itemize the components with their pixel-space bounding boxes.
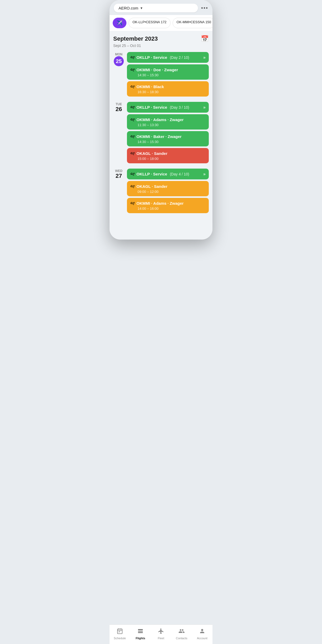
event-title-tue2: OKMMI · Adams · Zwager bbox=[136, 117, 184, 122]
event-plane-icon: 🛩 bbox=[130, 134, 135, 139]
filter-tab-all[interactable]: ✈️ bbox=[113, 18, 126, 28]
event-card-row: 🛩 OKAGL · Sander bbox=[130, 151, 206, 156]
day-name-tue: TUE bbox=[116, 102, 122, 106]
day-name-mon: MON bbox=[115, 53, 122, 56]
event-left: 🛩 OKMMI · Doe · Zwager bbox=[130, 67, 178, 73]
browser-menu-dots[interactable]: ••• bbox=[201, 5, 208, 11]
event-left: 🛩 OKAGL · Sander bbox=[130, 184, 167, 189]
day-name-wed: WED bbox=[115, 169, 122, 173]
calendar-icon[interactable]: 📅 bbox=[201, 35, 209, 42]
event-chevron-wed1: » bbox=[203, 172, 206, 176]
event-day-info-wed1: (Day 4 / 10) bbox=[170, 172, 189, 176]
day-events-mon: 🛩 OKLLP · Service (Day 2 / 10) » 🛩 OKMMI bbox=[127, 52, 209, 97]
event-card-row: 🛩 OKLLP · Service (Day 3 / 10) » bbox=[130, 104, 206, 110]
event-left: 🛩 OKLLP · Service (Day 3 / 10) bbox=[130, 104, 189, 110]
event-card-tue4[interactable]: 🛩 OKAGL · Sander 15:00 – 18:00 bbox=[127, 148, 209, 163]
event-plane-icon: 🛩 bbox=[130, 171, 135, 177]
event-chevron-mon1: » bbox=[203, 55, 206, 60]
event-time-tue3: 14:30 – 15:30 bbox=[130, 140, 206, 144]
event-card-tue1[interactable]: 🛩 OKLLP · Service (Day 3 / 10) » bbox=[127, 102, 209, 113]
day-label-mon: MON 25 bbox=[113, 52, 124, 97]
filter-tab-okmmi-label: OK-MMI•CESSNA 150 bbox=[177, 20, 211, 24]
event-title-mon2: OKMMI · Doe · Zwager bbox=[136, 68, 178, 72]
day-number-mon: 25 bbox=[114, 56, 124, 66]
event-time-mon2: 14:30 – 15:30 bbox=[130, 73, 206, 77]
event-card-row: 🛩 OKLLP · Service (Day 4 / 10) » bbox=[130, 171, 206, 177]
day-section-tue: TUE 26 🛩 OKLLP · Service (Day 3 / 10) » bbox=[113, 102, 209, 163]
event-time-mon3: 16:30 – 18:30 bbox=[130, 90, 206, 94]
event-card-row: 🛩 OKMMI · Black bbox=[130, 84, 206, 89]
event-title-tue3: OKMMI · Baker · Zwager bbox=[136, 134, 182, 139]
event-time-tue4: 15:00 – 18:00 bbox=[130, 157, 206, 161]
day-label-tue: TUE 26 bbox=[113, 102, 124, 163]
event-time-wed2: 09:00 – 12:00 bbox=[130, 190, 206, 194]
days-container: MON 25 🛩 OKLLP · Service (Day 2 / 10) bbox=[113, 52, 209, 213]
date-range: Sept 25 – Oct 01 bbox=[113, 44, 209, 48]
event-left: 🛩 OKMMI · Adams · Zwager bbox=[130, 117, 184, 122]
filter-tab-okllp[interactable]: OK-LLP•CESSNA 172 bbox=[129, 18, 171, 28]
filter-tab-okmmi[interactable]: OK-MMI•CESSNA 150 bbox=[173, 18, 212, 28]
event-title-mon3: OKMMI · Black bbox=[136, 84, 164, 89]
day-number-tue: 26 bbox=[116, 106, 122, 112]
event-title-tue1: OKLLP · Service bbox=[136, 105, 167, 109]
event-card-tue3[interactable]: 🛩 OKMMI · Baker · Zwager 14:30 – 15:30 bbox=[127, 131, 209, 146]
plane-filter-icon: ✈️ bbox=[117, 20, 122, 26]
event-card-wed3[interactable]: 🛩 OKMMI · Adams · Zwager 14:00 – 16:00 bbox=[127, 198, 209, 213]
event-title-wed3: OKMMI · Adams · Zwager bbox=[136, 201, 184, 206]
url-pill[interactable]: AERO.com ▼ bbox=[114, 4, 198, 12]
event-card-row: 🛩 OKAGL · Sander bbox=[130, 184, 206, 189]
event-title-tue4: OKAGL · Sander bbox=[136, 151, 167, 156]
event-day-info-mon1: (Day 2 / 10) bbox=[170, 55, 189, 60]
event-card-row: 🛩 OKMMI · Adams · Zwager bbox=[130, 201, 206, 206]
filter-tab-okllp-label: OK-LLP•CESSNA 172 bbox=[132, 20, 167, 24]
phone-container: AERO.com ▼ ••• ✈️ OK-LLP•CESSNA 172 OK-M… bbox=[110, 0, 212, 240]
event-left: 🛩 OKLLP · Service (Day 4 / 10) bbox=[130, 171, 189, 177]
day-events-tue: 🛩 OKLLP · Service (Day 3 / 10) » 🛩 OKMMI bbox=[127, 102, 209, 163]
event-left: 🛩 OKMMI · Baker · Zwager bbox=[130, 134, 182, 139]
event-plane-icon: 🛩 bbox=[130, 104, 135, 110]
event-card-wed2[interactable]: 🛩 OKAGL · Sander 09:00 – 12:00 bbox=[127, 181, 209, 196]
event-plane-icon: 🛩 bbox=[130, 84, 135, 89]
url-text: AERO.com bbox=[119, 6, 138, 10]
event-left: 🛩 OKMMI · Adams · Zwager bbox=[130, 201, 184, 206]
event-card-row: 🛩 OKMMI · Adams · Zwager bbox=[130, 117, 206, 122]
day-section-mon: MON 25 🛩 OKLLP · Service (Day 2 / 10) bbox=[113, 52, 209, 97]
filter-tabs: ✈️ OK-LLP•CESSNA 172 OK-MMI•CESSNA 150 O… bbox=[110, 15, 212, 31]
event-plane-icon: 🛩 bbox=[130, 67, 135, 73]
day-section-wed: WED 27 🛩 OKLLP · Service (Day 4 / 10) » bbox=[113, 169, 209, 213]
event-left: 🛩 OKAGL · Sander bbox=[130, 151, 167, 156]
event-card-row: 🛩 OKLLP · Service (Day 2 / 10) » bbox=[130, 55, 206, 60]
event-left: 🛩 OKLLP · Service (Day 2 / 10) bbox=[130, 55, 189, 60]
event-time-wed3: 14:00 – 16:00 bbox=[130, 207, 206, 211]
calendar-header: September 2023 📅 bbox=[113, 35, 209, 42]
event-card-mon2[interactable]: 🛩 OKMMI · Doe · Zwager 14:30 – 15:30 bbox=[127, 64, 209, 80]
event-plane-icon: 🛩 bbox=[130, 184, 135, 189]
event-plane-icon: 🛩 bbox=[130, 151, 135, 156]
event-plane-icon: 🛩 bbox=[130, 55, 135, 60]
event-plane-icon: 🛩 bbox=[130, 201, 135, 206]
day-number-wed: 27 bbox=[116, 173, 122, 179]
event-card-tue2[interactable]: 🛩 OKMMI · Adams · Zwager 11:30 – 13:30 bbox=[127, 114, 209, 130]
browser-bar: AERO.com ▼ ••• bbox=[110, 0, 212, 15]
event-plane-icon: 🛩 bbox=[130, 117, 135, 122]
event-card-row: 🛩 OKMMI · Baker · Zwager bbox=[130, 134, 206, 139]
event-card-mon3[interactable]: 🛩 OKMMI · Black 16:30 – 18:30 bbox=[127, 81, 209, 97]
event-card-row: 🛩 OKMMI · Doe · Zwager bbox=[130, 67, 206, 73]
event-chevron-tue1: » bbox=[203, 105, 206, 110]
day-events-wed: 🛩 OKLLP · Service (Day 4 / 10) » 🛩 OKAGL bbox=[127, 169, 209, 213]
event-card-mon1[interactable]: 🛩 OKLLP · Service (Day 2 / 10) » bbox=[127, 52, 209, 63]
event-day-info-tue1: (Day 3 / 10) bbox=[170, 105, 189, 109]
url-dropdown-arrow: ▼ bbox=[140, 6, 143, 10]
event-left: 🛩 OKMMI · Black bbox=[130, 84, 164, 89]
event-title-mon1: OKLLP · Service bbox=[136, 55, 167, 60]
day-label-wed: WED 27 bbox=[113, 169, 124, 213]
event-time-tue2: 11:30 – 13:30 bbox=[130, 123, 206, 127]
month-title: September 2023 bbox=[113, 35, 158, 42]
main-content: September 2023 📅 Sept 25 – Oct 01 MON 25 bbox=[110, 31, 212, 240]
event-title-wed1: OKLLP · Service bbox=[136, 172, 167, 176]
event-card-wed1[interactable]: 🛩 OKLLP · Service (Day 4 / 10) » bbox=[127, 169, 209, 179]
event-title-wed2: OKAGL · Sander bbox=[136, 184, 167, 189]
